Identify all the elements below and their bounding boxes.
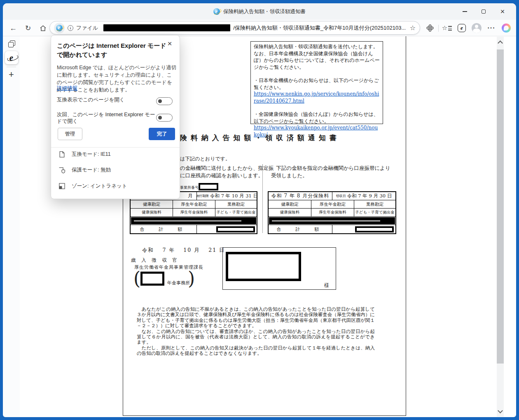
refresh-button[interactable] xyxy=(21,21,35,35)
dialog-close-button[interactable] xyxy=(164,38,175,49)
ie-mode-toolbar-button[interactable] xyxy=(456,22,468,34)
sidebar-divider xyxy=(7,67,16,67)
ie-tab-card: e xyxy=(5,51,18,64)
receipt-date-cell: 領収日 令和 7 年 9 月 30 日 xyxy=(332,192,395,200)
header-cell: 厚生年金勘定 xyxy=(311,200,354,208)
minimize-icon xyxy=(463,11,467,12)
office-number-redaction xyxy=(199,183,218,190)
due-date-cell: 納付期限 令和 7 年 10 月 31 日 xyxy=(197,192,257,200)
next-time-toggle-label: 次回、このページを Internet Explorer モードで開く xyxy=(57,111,156,124)
collector-title: 歳 入 徴 収 官 xyxy=(131,257,179,263)
new-tab-button[interactable] xyxy=(3,69,20,80)
due-date-label: 納付期限 xyxy=(197,194,209,198)
site-info-icon[interactable] xyxy=(68,25,73,31)
table-row: 令和 7 年 8 月分保険料 領収日 令和 7 年 9 月 30 日 xyxy=(269,192,395,200)
document-heading: 険 料 納 入 告 知 額 ・ 領 収 済 額 通 知 書 xyxy=(180,133,337,143)
settings-menu-button[interactable] xyxy=(486,22,497,34)
vertical-tabs-sidebar: e xyxy=(3,36,20,417)
done-button[interactable]: 完了 xyxy=(149,128,175,140)
manage-button[interactable]: 管理 xyxy=(58,128,82,140)
left-column-note: の金融機関に送付しましたから、指定振 に口座残高の確認をお願いします。 xyxy=(180,164,274,179)
office-number-label: 事業所番号 xyxy=(180,185,199,190)
address-redaction-bar xyxy=(103,24,230,31)
window-controls xyxy=(455,3,512,20)
total-value-cell xyxy=(197,225,257,233)
table-row: 合 計 額 xyxy=(131,225,257,233)
table-row: 健康保険料 厚生年金保険料 子ども・子育て拠出金 xyxy=(131,209,257,217)
home-button[interactable] xyxy=(36,21,49,35)
next-time-toggle[interactable] xyxy=(156,114,173,122)
open-paren: ( xyxy=(133,268,140,289)
window-title-text: 保険料納入告知額・領収済額通知書 xyxy=(223,8,306,15)
subheader-cell: 厚生年金保険料 xyxy=(173,209,215,216)
protected-mode-info: 保護モード: 無効 xyxy=(58,167,111,174)
copilot-button[interactable] xyxy=(500,22,512,34)
total-value-cell xyxy=(332,225,395,233)
learn-more-link[interactable]: 詳細情報 xyxy=(57,85,77,92)
header-cell: 健康勘定 xyxy=(131,200,173,208)
close-button[interactable] xyxy=(493,3,512,20)
left-note-line: に口座残高の確認をお願いします。 xyxy=(180,172,274,179)
table-row: 健康保険料 厚生年金保険料 子ども・子育て拠出金 xyxy=(269,209,395,217)
tab-actions-button[interactable] xyxy=(3,40,20,47)
address-protocol: ファイル xyxy=(76,24,98,32)
scrollbar-thumb[interactable] xyxy=(497,49,504,364)
compat-toggle-label: 互換表示でこのページを開く xyxy=(57,96,154,103)
table-row: 健康勘定 厚生年金勘定 業務勘定 xyxy=(269,200,395,209)
column-separator xyxy=(262,164,263,233)
zone-info: ゾーン: イントラネット xyxy=(58,183,127,190)
subheader-cell: 厚生年金保険料 xyxy=(311,209,354,216)
period-cell: 令和 7 年 8 月分保険料 xyxy=(269,192,332,200)
ie-logo-icon: e xyxy=(9,53,13,63)
document-bottom-border xyxy=(123,415,406,416)
extensions-button[interactable] xyxy=(424,22,436,34)
header-cell: 健康勘定 xyxy=(269,200,311,208)
table-row: 合 計 額 xyxy=(269,225,395,233)
notice-box: 保険料納入告知額・領収済額通知書を送付いたします。 なお、日本年金機構及び全国健… xyxy=(250,41,383,124)
maximize-button[interactable] xyxy=(474,3,493,20)
amounts-redaction-bar xyxy=(131,217,256,224)
notice-line: なお、日本年金機構及び全国健康保険協会（協会けんぽ）からのお知らせについては、そ… xyxy=(254,50,380,71)
notice-line: 保険料納入告知額・領収済額通知書を送付いたします。 xyxy=(254,43,380,50)
address-url-text: /保険料納入告知額・領収済額通知書_令和7年10月送付分(2025102103.… xyxy=(233,24,407,32)
recipient-redaction xyxy=(226,252,301,281)
active-tab-ie[interactable]: e xyxy=(3,51,20,64)
due-date-value: 令和 7 年 10 月 31 日 xyxy=(210,193,257,199)
shield-icon xyxy=(58,167,65,174)
left-note-line: の金融機関に送付しましたから、指定振 xyxy=(180,164,274,172)
issue-date: 令和 7 年 10 月 21 日 xyxy=(142,247,225,254)
compat-mode-info: 互換モード: IE11 xyxy=(58,151,111,158)
ie-logo-icon xyxy=(56,25,63,31)
subheader-cell: 子ども・子育て拠出金 xyxy=(215,209,257,216)
document-intro: は下記のとおりです。 xyxy=(180,155,230,162)
minimize-button[interactable] xyxy=(455,3,474,20)
total-label-cell: 合 計 額 xyxy=(131,225,197,233)
compat-toggle[interactable] xyxy=(156,97,173,105)
table-row: 健康勘定 厚生年金勘定 業務勘定 xyxy=(131,200,257,209)
compat-mode-label: 互換モード: IE11 xyxy=(72,151,111,158)
favorite-star-icon[interactable] xyxy=(410,24,416,32)
maximize-icon xyxy=(482,9,486,14)
ie-mode-badge-icon[interactable] xyxy=(54,23,65,33)
nenkin-link[interactable]: https://www.nenkin.go.jp/service/kounen/… xyxy=(254,91,380,104)
dialog-divider xyxy=(51,147,180,148)
window-title: 保険料納入告知額・領収済額通知書 xyxy=(3,3,516,20)
ie-logo-icon xyxy=(213,8,220,15)
table-row xyxy=(131,217,257,225)
title-bar: 保険料納入告知額・領収済額通知書 xyxy=(3,3,516,20)
profile-button[interactable] xyxy=(471,22,482,34)
subheader-cell: 子ども・子育て拠出金 xyxy=(354,209,395,216)
subheader-cell: 健康保険料 xyxy=(269,209,311,216)
address-bar[interactable]: ファイル /保険料納入告知額・領収済額通知書_令和7年10月送付分(202510… xyxy=(49,21,420,35)
screen: 保険料納入告知額・領収済額通知書 ファイル /保険料納入告知額・領収済額通知書_… xyxy=(0,0,519,420)
favorites-button[interactable] xyxy=(441,22,453,34)
receipt-date-label: 領収日 xyxy=(336,194,346,198)
total-redaction xyxy=(216,226,255,232)
subheader-cell: 健康保険料 xyxy=(131,209,173,216)
back-button[interactable] xyxy=(7,21,20,35)
amounts-redaction-bar xyxy=(269,217,395,224)
extensions-icon xyxy=(426,24,434,32)
right-column-note: 下記の金額を指定の金融機関から口座振替により受領しました。 xyxy=(271,164,393,179)
appeal-paragraph: なお、この納入の告知については、審査請求のほか、この納入の告知があったことを知っ… xyxy=(137,329,375,345)
table-row xyxy=(269,217,395,225)
